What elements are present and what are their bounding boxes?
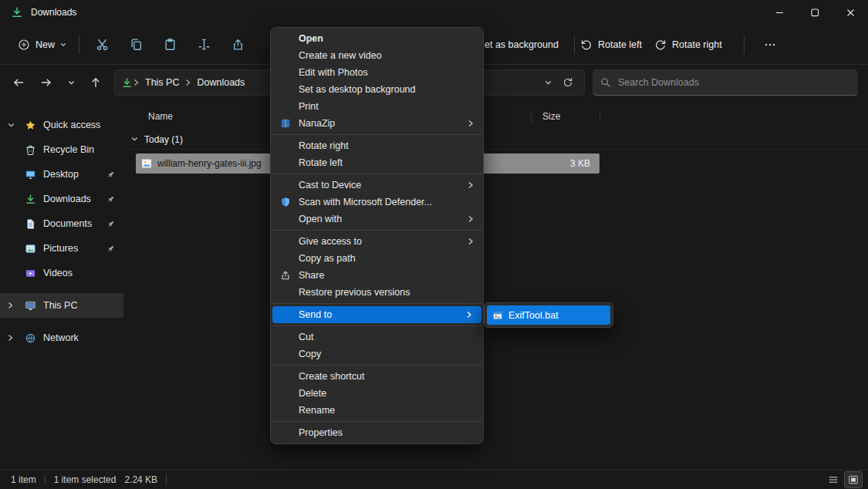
batch-file-icon — [492, 310, 503, 321]
column-divider[interactable] — [531, 110, 532, 123]
menu-item-send-to[interactable]: Send to — [272, 306, 481, 323]
rename-icon — [198, 38, 211, 51]
menu-item-open[interactable]: Open — [271, 30, 483, 47]
sidebar: Quick access Recycle Bin Desktop — [0, 100, 123, 469]
up-button[interactable] — [83, 70, 108, 95]
menu-item-rotate-left[interactable]: Rotate left — [271, 154, 483, 171]
more-options-button[interactable] — [758, 25, 782, 65]
window-controls — [762, 0, 868, 25]
rotate-right-button[interactable]: Rotate right — [654, 25, 722, 65]
sidebar-item-label: Documents — [43, 218, 92, 229]
menu-item-rotate-right[interactable]: Rotate right — [271, 137, 483, 154]
file-list-area: Name Size Today (1) william-henry-gates-… — [123, 100, 868, 469]
sidebar-item-this-pc[interactable]: This PC — [0, 293, 123, 318]
context-menu: Open Create a new video Edit with Photos… — [270, 27, 484, 444]
chevron-down-icon[interactable] — [131, 137, 138, 142]
toolbar-separator — [744, 35, 745, 54]
cut-button[interactable] — [86, 31, 117, 59]
desktop-icon — [25, 169, 36, 180]
recent-locations-button[interactable] — [62, 70, 80, 95]
menu-separator — [272, 365, 482, 366]
share-button[interactable] — [222, 31, 253, 59]
menu-item-rename[interactable]: Rename — [271, 402, 483, 419]
large-icons-view-button[interactable] — [845, 472, 862, 487]
menu-item-create-a-new-video[interactable]: Create a new video — [271, 47, 483, 64]
sidebar-item-pictures[interactable]: Pictures — [0, 236, 123, 261]
search-icon — [600, 77, 611, 88]
nanazip-icon — [279, 117, 292, 130]
menu-item-edit-with-photos[interactable]: Edit with Photos — [271, 64, 483, 81]
menu-item-print[interactable]: Print — [271, 98, 483, 115]
search-input[interactable] — [618, 77, 850, 88]
menu-item-restore-previous-versions[interactable]: Restore previous versions — [271, 284, 483, 301]
pin-icon — [106, 194, 116, 204]
chevron-down-icon[interactable] — [8, 123, 15, 128]
menu-item-label: Properties — [299, 427, 343, 438]
menu-separator — [272, 174, 482, 174]
pin-icon — [106, 170, 116, 180]
menu-item-set-as-desktop-background[interactable]: Set as desktop background — [271, 81, 483, 98]
submenu-item-label: ExifTool.bat — [508, 310, 559, 321]
maximize-button[interactable] — [797, 0, 833, 25]
copy-button[interactable] — [120, 31, 151, 59]
set-as-background-button-partial[interactable]: et as background — [485, 25, 559, 65]
menu-item-open-with[interactable]: Open with — [271, 211, 483, 228]
menu-item-scan-with-microsoft-defender[interactable]: Scan with Microsoft Defender... — [271, 194, 483, 211]
ellipsis-icon — [764, 39, 776, 51]
minimize-button[interactable] — [762, 0, 797, 25]
column-divider[interactable] — [599, 110, 600, 123]
submenu-item-exiftool[interactable]: ExifTool.bat — [487, 305, 610, 325]
column-header-name[interactable]: Name — [148, 111, 173, 122]
paste-button[interactable] — [154, 31, 185, 59]
menu-item-cut[interactable]: Cut — [271, 329, 483, 346]
sidebar-item-quick-access[interactable]: Quick access — [0, 113, 123, 137]
menu-item-nanazip[interactable]: NanaZip — [271, 115, 483, 132]
menu-item-give-access-to[interactable]: Give access to — [271, 233, 483, 250]
refresh-button[interactable] — [558, 73, 578, 93]
sidebar-item-recycle-bin[interactable]: Recycle Bin — [0, 137, 123, 162]
close-button[interactable] — [833, 0, 868, 25]
sidebar-item-documents[interactable]: Documents — [0, 211, 123, 236]
menu-item-properties[interactable]: Properties — [271, 424, 483, 441]
menu-item-label: Delete — [299, 388, 326, 399]
forward-button[interactable] — [34, 70, 59, 95]
chevron-right-icon[interactable] — [8, 302, 13, 309]
new-button[interactable]: New — [11, 33, 73, 56]
column-header-size[interactable]: Size — [542, 111, 560, 122]
large-icons-view-icon — [848, 474, 859, 485]
computer-icon — [25, 300, 36, 312]
sidebar-item-label: Videos — [43, 268, 73, 278]
chevron-right-icon[interactable] — [8, 334, 13, 342]
address-dropdown-button[interactable] — [538, 73, 558, 93]
sidebar-item-videos[interactable]: Videos — [0, 261, 123, 285]
menu-separator — [272, 230, 482, 231]
menu-item-label: Share — [299, 270, 324, 281]
sidebar-item-desktop[interactable]: Desktop — [0, 162, 123, 187]
menu-item-copy-as-path[interactable]: Copy as path — [271, 250, 483, 267]
menu-item-cast-to-device[interactable]: Cast to Device — [271, 177, 483, 194]
downloads-folder-icon — [121, 77, 133, 89]
breadcrumb-item-downloads[interactable]: Downloads — [191, 75, 250, 90]
chevron-right-icon — [468, 181, 474, 189]
group-header-today[interactable]: Today (1) — [123, 130, 868, 150]
sidebar-item-network[interactable]: Network — [0, 325, 123, 350]
menu-item-copy[interactable]: Copy — [271, 346, 483, 363]
window-title: Downloads — [31, 7, 76, 18]
chevron-right-icon — [133, 79, 139, 86]
sidebar-item-downloads[interactable]: Downloads — [0, 187, 123, 211]
menu-item-label: Cast to Device — [299, 180, 361, 191]
file-row[interactable]: william-henry-gates-iii.jpg 3 KB — [123, 153, 868, 174]
rotate-left-button[interactable]: Rotate left — [580, 25, 642, 65]
menu-separator — [272, 421, 482, 422]
rename-button[interactable] — [188, 31, 219, 59]
menu-separator — [272, 325, 482, 326]
back-button[interactable] — [6, 70, 31, 95]
menu-item-share[interactable]: Share — [271, 267, 483, 284]
search-box[interactable] — [593, 69, 858, 96]
menu-item-delete[interactable]: Delete — [271, 385, 483, 402]
send-to-submenu: ExifTool.bat — [484, 302, 613, 328]
details-view-button[interactable] — [825, 472, 842, 487]
breadcrumb-item-this-pc[interactable]: This PC — [140, 75, 184, 90]
menu-item-label: Edit with Photos — [299, 67, 368, 78]
menu-item-create-shortcut[interactable]: Create shortcut — [271, 368, 483, 385]
